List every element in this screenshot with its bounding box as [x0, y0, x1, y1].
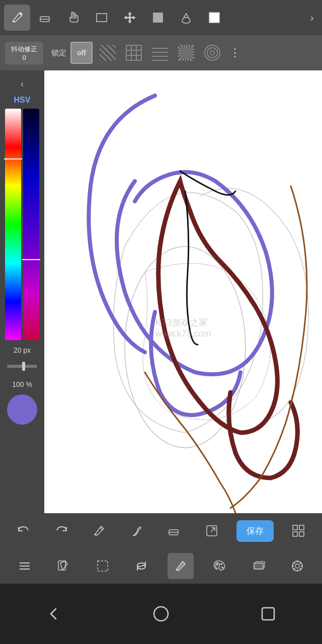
- svg-line-38: [300, 562, 301, 564]
- diagonal-pattern-icon: [100, 45, 116, 61]
- eraser-tool[interactable]: [32, 5, 58, 31]
- svg-point-26: [221, 567, 223, 569]
- palette-button[interactable]: [206, 553, 232, 579]
- nav-bar: [0, 584, 322, 644]
- svg-rect-4: [209, 13, 219, 23]
- home-nav-button[interactable]: [146, 599, 176, 629]
- draw-mode-button[interactable]: [168, 553, 194, 579]
- off-label: off: [77, 49, 86, 57]
- pattern-off-button[interactable]: off: [70, 42, 93, 64]
- svg-rect-23: [98, 561, 108, 571]
- pattern-radial-button[interactable]: [201, 42, 223, 64]
- collapse-panel-button[interactable]: ‹: [13, 74, 31, 93]
- settings-button[interactable]: [284, 553, 310, 579]
- edit-button[interactable]: [50, 553, 76, 579]
- left-panel: ‹ HSV: [0, 70, 44, 518]
- brush-size-slider[interactable]: [4, 356, 40, 376]
- grid-view-button[interactable]: [285, 518, 311, 544]
- fill-bucket-tool[interactable]: [173, 5, 199, 31]
- back-nav-button[interactable]: [39, 599, 69, 629]
- selection-button[interactable]: [90, 553, 116, 579]
- fan-pattern-icon: [178, 45, 194, 61]
- pattern-hlines-button[interactable]: [149, 42, 171, 64]
- hlines-pattern-icon: [152, 45, 168, 61]
- move-tool[interactable]: [117, 5, 143, 31]
- undo-button[interactable]: [11, 518, 37, 544]
- svg-rect-17: [293, 532, 297, 536]
- svg-rect-16: [299, 525, 304, 530]
- redo-button[interactable]: [48, 518, 74, 544]
- expand-icon: ›: [310, 12, 314, 24]
- brush-size-label: 20 px: [14, 346, 31, 354]
- color-preview-circle[interactable]: [7, 394, 37, 425]
- lock-label: 锁定: [51, 48, 66, 58]
- color-spectrum[interactable]: [4, 109, 40, 340]
- collapse-icon: ‹: [21, 78, 24, 90]
- more-patterns-button[interactable]: ⋮: [229, 46, 240, 59]
- svg-point-40: [154, 607, 168, 621]
- svg-point-31: [295, 564, 299, 568]
- save-button[interactable]: 保存: [236, 520, 274, 542]
- color-box-tool[interactable]: [201, 5, 227, 31]
- svg-rect-29: [254, 563, 263, 569]
- rotate-button[interactable]: [128, 553, 154, 579]
- stabilizer-label: 抖动修正 0: [11, 45, 37, 61]
- hand-tool[interactable]: [60, 5, 87, 31]
- bottom-toolbar-1: 保存: [0, 513, 322, 548]
- stabilizer-button[interactable]: 抖动修正 0: [5, 42, 43, 64]
- svg-line-37: [300, 569, 301, 570]
- pattern-fan-button[interactable]: [175, 42, 197, 64]
- pencil-button[interactable]: [86, 518, 112, 544]
- export-button[interactable]: [199, 518, 225, 544]
- svg-rect-18: [299, 532, 304, 536]
- eraser-button[interactable]: [161, 518, 187, 544]
- pattern-diagonal-button[interactable]: [97, 42, 119, 64]
- svg-line-36: [294, 562, 295, 564]
- menu-button[interactable]: [12, 553, 38, 579]
- canvas-area[interactable]: K73游戏之家www.k73.com: [44, 70, 322, 518]
- more-icon: ⋮: [229, 46, 240, 59]
- svg-rect-15: [293, 525, 297, 530]
- recents-nav-button[interactable]: [253, 599, 283, 629]
- pen-tool[interactable]: [4, 5, 30, 31]
- toolbar-expand[interactable]: ›: [306, 5, 318, 31]
- top-toolbar: ›: [0, 0, 322, 35]
- stabilizer-bar: 抖动修正 0 锁定 off ⋮: [0, 35, 322, 70]
- hsv-mode-button[interactable]: HSV: [14, 96, 31, 105]
- svg-rect-41: [262, 608, 274, 620]
- layers-button[interactable]: [246, 553, 272, 579]
- pen-button[interactable]: [124, 518, 150, 544]
- svg-rect-2: [97, 14, 107, 22]
- fill-rect-tool[interactable]: [145, 5, 171, 31]
- svg-rect-3: [153, 13, 163, 23]
- radial-pattern-icon: [204, 45, 220, 61]
- opacity-label: 100 %: [12, 380, 32, 388]
- svg-point-24: [216, 564, 218, 566]
- svg-rect-6: [23, 109, 39, 340]
- svg-line-14: [211, 528, 215, 532]
- svg-rect-5: [5, 109, 21, 340]
- bottom-toolbar-2: [0, 548, 322, 584]
- svg-line-39: [294, 569, 295, 570]
- pattern-grid-button[interactable]: [123, 42, 145, 64]
- grid-pattern-icon: [126, 45, 142, 61]
- rectangle-tool[interactable]: [89, 5, 115, 31]
- svg-point-25: [220, 563, 222, 565]
